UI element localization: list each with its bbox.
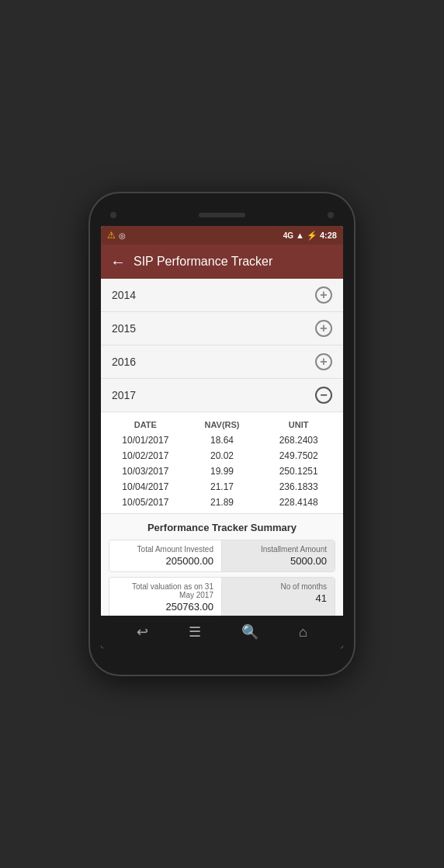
front-camera-right [328, 212, 334, 218]
status-bar: ⚠ ◎ 4G ▲ ⚡ 4:28 [101, 226, 343, 245]
summary-card-1: Total Amount Invested 205000.00 Installm… [109, 540, 335, 572]
nav-back-button[interactable]: ↩ [137, 623, 148, 641]
app-title: SIP Performance Tracker [134, 255, 272, 269]
expand-icon-2015[interactable]: + [315, 320, 332, 337]
cell-date-1: 10/02/2017 [107, 450, 184, 461]
table-row: 10/05/2017 21.89 228.4148 [107, 495, 337, 510]
nav-home-button[interactable]: ⌂ [299, 624, 307, 641]
cell-date-3: 10/04/2017 [107, 481, 184, 492]
summary-item-valuation: Total valuation as on 31 May 2017 250763… [109, 578, 222, 616]
phone-frame: ⚠ ◎ 4G ▲ ⚡ 4:28 ← SIP Performance Tracke… [90, 193, 354, 675]
main-content: 2014 + 2015 + 2016 + 2017 − [101, 279, 343, 616]
cell-nav-4: 21.89 [184, 497, 261, 508]
months-value: 41 [230, 592, 327, 604]
cell-unit-2: 250.1251 [260, 466, 337, 477]
phone-top [101, 204, 343, 226]
year-label-2015: 2015 [112, 322, 136, 335]
performance-summary: Performance Tracker Summary Total Amount… [101, 513, 343, 616]
expand-icon-2014[interactable]: + [315, 286, 332, 304]
cell-date-2: 10/03/2017 [107, 466, 184, 477]
cell-unit-3: 236.1833 [260, 481, 337, 492]
bottom-navigation: ↩ ☰ 🔍 ⌂ [101, 616, 343, 648]
front-camera [110, 212, 116, 218]
cell-unit-4: 228.4148 [260, 497, 337, 508]
table-row: 10/03/2017 19.99 250.1251 [107, 464, 337, 479]
nav-menu-button[interactable]: ☰ [189, 623, 201, 641]
app-bar: ← SIP Performance Tracker [101, 245, 343, 279]
warning-icon: ⚠ [107, 230, 116, 241]
expand-icon-2016[interactable]: + [315, 353, 332, 370]
summary-card-2: Total valuation as on 31 May 2017 250763… [109, 577, 335, 616]
cell-nav-3: 21.17 [184, 481, 261, 492]
year-row-2016[interactable]: 2016 + [101, 345, 343, 379]
year-list: 2014 + 2015 + 2016 + 2017 − [101, 279, 343, 513]
year-row-2017[interactable]: 2017 − [101, 379, 343, 412]
cell-date-0: 10/01/2017 [107, 435, 184, 446]
cell-nav-0: 18.64 [184, 435, 261, 446]
nav-search-button[interactable]: 🔍 [241, 623, 258, 641]
nav-table: DATE NAV(Rs) UNIT 10/01/2017 18.64 268.2… [101, 412, 343, 513]
year-label-2014: 2014 [112, 289, 136, 301]
cell-unit-1: 249.7502 [260, 450, 337, 461]
status-left-icons: ⚠ ◎ [107, 230, 126, 241]
valuation-label: Total valuation as on 31 May 2017 [117, 582, 213, 599]
back-button[interactable]: ← [110, 253, 126, 271]
summary-item-total-invested: Total Amount Invested 205000.00 [109, 540, 222, 571]
table-header-row: DATE NAV(Rs) UNIT [107, 415, 337, 432]
total-invested-value: 205000.00 [117, 555, 213, 567]
col-header-nav: NAV(Rs) [184, 420, 261, 429]
phone-bottom [101, 648, 343, 664]
table-row: 10/04/2017 21.17 236.1833 [107, 479, 337, 495]
installment-label: Installment Amount [230, 545, 327, 554]
year-label-2017: 2017 [112, 389, 136, 401]
battery-icon: ⚡ [307, 231, 317, 241]
cell-nav-1: 20.02 [184, 450, 261, 461]
status-right-icons: 4G ▲ ⚡ 4:28 [283, 231, 337, 241]
media-icon: ◎ [119, 231, 126, 240]
year-row-2015[interactable]: 2015 + [101, 312, 343, 345]
col-header-unit: UNIT [260, 420, 337, 429]
table-row: 10/02/2017 20.02 249.7502 [107, 448, 337, 464]
phone-speaker [199, 213, 245, 217]
signal-bars: ▲ [296, 231, 304, 240]
signal-indicator: 4G [283, 231, 293, 240]
summary-title: Performance Tracker Summary [109, 522, 335, 533]
cell-unit-0: 268.2403 [260, 435, 337, 446]
summary-item-months: No of months 41 [222, 578, 335, 616]
cell-date-4: 10/05/2017 [107, 497, 184, 508]
valuation-value: 250763.00 [117, 601, 213, 613]
year-label-2016: 2016 [112, 356, 136, 368]
months-label: No of months [230, 582, 327, 591]
total-invested-label: Total Amount Invested [117, 545, 213, 554]
cell-nav-2: 19.99 [184, 466, 261, 477]
summary-item-installment: Installment Amount 5000.00 [222, 540, 335, 571]
time-display: 4:28 [320, 231, 337, 240]
collapse-icon-2017[interactable]: − [315, 387, 332, 404]
installment-value: 5000.00 [230, 555, 327, 567]
year-row-2014[interactable]: 2014 + [101, 279, 343, 312]
col-header-date: DATE [107, 420, 184, 429]
table-row: 10/01/2017 18.64 268.2403 [107, 432, 337, 448]
phone-screen: ⚠ ◎ 4G ▲ ⚡ 4:28 ← SIP Performance Tracke… [101, 226, 343, 648]
